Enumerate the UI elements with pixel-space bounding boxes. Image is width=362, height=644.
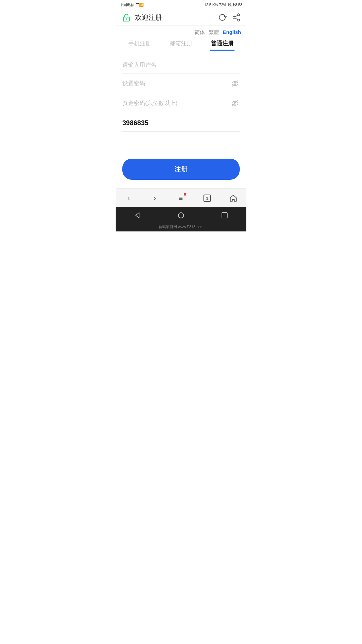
svg-point-3 xyxy=(238,14,240,16)
android-back-button[interactable] xyxy=(130,210,145,220)
watermark: 首码项目网 www.E318.com xyxy=(116,224,246,231)
browser-bottom-nav: ‹ › ≡ 1 xyxy=(116,189,246,207)
signal-icons: ☰📶 xyxy=(136,3,144,7)
username-input-group xyxy=(122,56,240,73)
referral-code-group: 3986835 xyxy=(122,113,240,132)
share-button[interactable] xyxy=(232,13,241,22)
refresh-button[interactable] xyxy=(218,13,227,22)
register-button-wrap: 注册 xyxy=(122,153,240,183)
toolbar-left: 欢迎注册 xyxy=(121,12,162,23)
svg-point-5 xyxy=(233,16,235,18)
browser-forward-button[interactable]: › xyxy=(147,192,162,204)
svg-rect-16 xyxy=(222,213,227,218)
browser-tabs-button[interactable]: 1 xyxy=(200,192,215,204)
status-right: 12.5 K/s 72% 晚上8:53 xyxy=(204,2,242,7)
tabs-count: 1 xyxy=(206,196,208,201)
svg-point-4 xyxy=(238,19,240,21)
browser-back-button[interactable]: ‹ xyxy=(121,192,136,204)
svg-point-1 xyxy=(126,18,127,20)
watermark-text: 首码项目网 www.E318.com xyxy=(159,225,203,229)
fund-password-input[interactable] xyxy=(122,100,230,107)
fund-password-input-group xyxy=(122,93,240,113)
speed-text: 12.5 K/s xyxy=(204,3,218,7)
lock-icon xyxy=(121,12,132,23)
android-recent-button[interactable] xyxy=(217,210,232,220)
status-bar: 中国电信 ☰📶 12.5 K/s 72% 晚上8:53 xyxy=(116,0,246,9)
time-text: 晚上8:53 xyxy=(228,2,242,7)
tab-phone-register[interactable]: 手机注册 xyxy=(119,40,160,51)
tab-general-register[interactable]: 普通注册 xyxy=(202,40,243,51)
svg-line-6 xyxy=(235,15,238,17)
referral-code-value: 3986835 xyxy=(122,119,148,126)
tab-email-register[interactable]: 邮箱注册 xyxy=(160,40,201,51)
toggle-fund-password-visibility[interactable] xyxy=(230,99,240,108)
username-input[interactable] xyxy=(122,62,240,68)
battery-text: 72% xyxy=(219,3,227,7)
register-button[interactable]: 注册 xyxy=(122,159,240,180)
carrier-text: 中国电信 xyxy=(120,2,134,7)
lang-english[interactable]: English xyxy=(223,29,241,36)
toolbar-icons xyxy=(218,13,241,22)
registration-tabs: 手机注册 邮箱注册 普通注册 xyxy=(119,38,243,51)
status-left: 中国电信 ☰📶 xyxy=(120,2,144,7)
browser-menu-button[interactable]: ≡ xyxy=(174,192,188,204)
registration-form: 3986835 注册 xyxy=(116,51,246,189)
lang-simplified[interactable]: 简体 xyxy=(195,29,205,36)
toolbar-title: 欢迎注册 xyxy=(135,13,162,22)
android-nav-bar xyxy=(116,207,246,224)
language-selector: 简体 繁體 English xyxy=(116,26,246,38)
toolbar: 欢迎注册 xyxy=(116,9,246,26)
svg-point-15 xyxy=(178,213,184,218)
browser-home-button[interactable] xyxy=(226,192,241,204)
android-home-button[interactable] xyxy=(174,210,188,220)
svg-line-7 xyxy=(235,18,238,20)
password-input[interactable] xyxy=(122,80,230,87)
menu-notification-dot xyxy=(184,193,186,196)
svg-marker-14 xyxy=(136,213,139,218)
lang-traditional[interactable]: 繁體 xyxy=(209,29,219,36)
toggle-password-visibility[interactable] xyxy=(230,79,240,88)
password-input-group xyxy=(122,73,240,93)
